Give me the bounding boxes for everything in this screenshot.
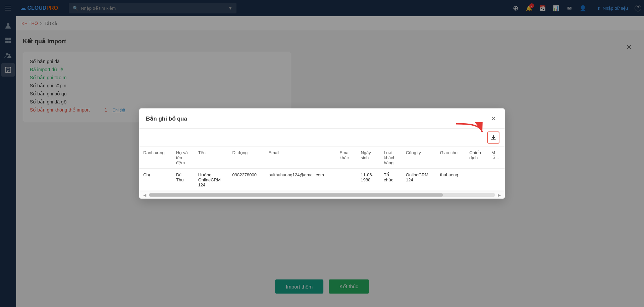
col-email: Email — [264, 147, 335, 169]
cell-chien-dich — [465, 169, 487, 191]
modal-ban-ghi-bo-qua: Bản ghi bỏ qua ✕ — [139, 108, 505, 199]
modal-toolbar — [139, 129, 505, 147]
cell-danh-xuong: Chị — [139, 169, 172, 191]
cell-ma-t — [487, 169, 505, 191]
col-loai-kh: Loạikháchhàng — [380, 147, 402, 169]
col-giao-cho: Giao cho — [436, 147, 465, 169]
modal-close-button[interactable]: ✕ — [489, 114, 498, 123]
cell-ho-ten-dem: BùiThu — [172, 169, 194, 191]
cell-email: buithuhuong124@gmail.com — [264, 169, 335, 191]
cell-di-dong: 0982278000 — [228, 169, 265, 191]
col-chien-dich: Chiếndịch — [465, 147, 487, 169]
modal-toolbar-wrapper — [139, 129, 505, 147]
cell-cong-ty: OnlineCRM124 — [402, 169, 436, 191]
table-header-row: Danh xưng Họ vàtênđệm Tên Di động Email … — [139, 147, 505, 169]
table-row: Chị BùiThu HướngOnlineCRM124 0982278000 … — [139, 169, 505, 191]
col-cong-ty: Công ty — [402, 147, 436, 169]
cell-loai-kh: Tổchức — [380, 169, 402, 191]
scrollbar-thumb[interactable] — [149, 193, 443, 197]
data-table: Danh xưng Họ vàtênđệm Tên Di động Email … — [139, 147, 505, 191]
modal-header: Bản ghi bỏ qua ✕ — [139, 108, 505, 129]
col-di-dong: Di động — [228, 147, 265, 169]
cell-ten: HướngOnlineCRM124 — [194, 169, 228, 191]
modal-body: Danh xưng Họ vàtênđệm Tên Di động Email … — [139, 147, 505, 191]
col-ho-ten-dem: Họ vàtênđệm — [172, 147, 194, 169]
modal-scrollbar: ◀ ▶ — [139, 191, 505, 199]
col-email-khac: Emailkhác — [335, 147, 357, 169]
cell-giao-cho: thuhuong — [436, 169, 465, 191]
cell-email-khac — [335, 169, 357, 191]
col-ten: Tên — [194, 147, 228, 169]
cell-ngay-sinh: 11-06-1988 — [357, 169, 380, 191]
download-button[interactable] — [487, 132, 499, 144]
modal-title: Bản ghi bỏ qua — [146, 115, 187, 122]
col-ngay-sinh: Ngàysinh — [357, 147, 380, 169]
scroll-right-arrow[interactable]: ▶ — [496, 193, 502, 198]
scroll-left-arrow[interactable]: ◀ — [142, 193, 148, 198]
scrollbar-track[interactable] — [149, 193, 495, 197]
col-ma-t: Mtả... — [487, 147, 505, 169]
col-danh-xuong: Danh xưng — [139, 147, 172, 169]
